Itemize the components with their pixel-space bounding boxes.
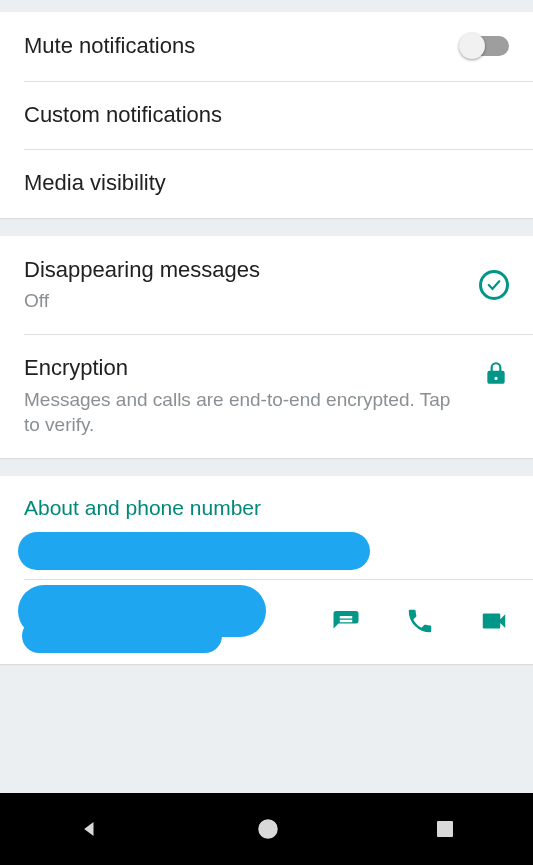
about-header: About and phone number (0, 476, 533, 528)
custom-notifications-row[interactable]: Custom notifications (0, 81, 533, 150)
privacy-section: Disappearing messages Off Encryption Mes… (0, 236, 533, 458)
media-visibility-row[interactable]: Media visibility (0, 149, 533, 218)
android-navbar (0, 793, 533, 865)
encryption-row[interactable]: Encryption Messages and calls are end-to… (0, 334, 533, 458)
mute-label: Mute notifications (24, 32, 461, 61)
about-section: About and phone number 5 January 2018 Mo… (0, 476, 533, 664)
svg-rect-1 (437, 821, 453, 837)
custom-label: Custom notifications (24, 101, 509, 130)
nav-recents-icon[interactable] (433, 817, 457, 841)
video-call-icon[interactable] (479, 606, 509, 636)
mute-notifications-row[interactable]: Mute notifications (0, 12, 533, 81)
disappearing-label: Disappearing messages (24, 256, 479, 285)
encryption-label: Encryption (24, 354, 467, 383)
toggle-knob (459, 33, 485, 59)
phone-number-row[interactable]: Mobile (0, 579, 533, 664)
encryption-sub: Messages and calls are end-to-end encryp… (24, 387, 467, 438)
media-label: Media visibility (24, 169, 509, 198)
about-status-block[interactable]: 5 January 2018 (0, 538, 533, 579)
contact-info-screen: Mute notifications Custom notifications … (0, 0, 533, 793)
redaction-status (18, 532, 370, 570)
nav-home-icon[interactable] (255, 816, 281, 842)
disappearing-messages-row[interactable]: Disappearing messages Off (0, 236, 533, 334)
mute-toggle[interactable] (461, 36, 509, 56)
chat-icon[interactable] (331, 606, 361, 636)
redaction-phone-2 (22, 619, 222, 653)
timer-icon (479, 270, 509, 300)
notifications-section: Mute notifications Custom notifications … (0, 12, 533, 218)
nav-back-icon[interactable] (76, 815, 104, 843)
disappearing-value: Off (24, 288, 479, 314)
lock-icon (483, 360, 509, 386)
voice-call-icon[interactable] (405, 606, 435, 636)
svg-point-0 (259, 819, 279, 839)
phone-actions (331, 606, 509, 636)
